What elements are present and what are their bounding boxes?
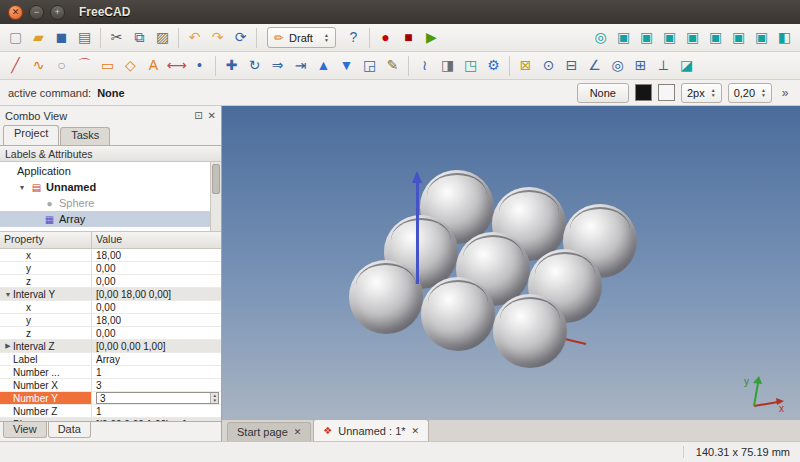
draft-working-plane-icon[interactable]: ◳ — [459, 54, 482, 77]
view-right-icon[interactable]: ▣ — [681, 26, 704, 49]
draw-style-icon[interactable]: ◧ — [773, 26, 796, 49]
view-fit-all-icon[interactable]: ◎ — [589, 26, 612, 49]
property-row-label[interactable]: LabelArray — [0, 353, 221, 366]
draft-wire-icon[interactable]: ∿ — [27, 54, 50, 77]
snap-lock-icon[interactable]: ⊠ — [514, 54, 537, 77]
scale-spinbox[interactable]: 0,20 ▲ ▼ — [728, 83, 772, 103]
property-row-z[interactable]: z0,00 — [0, 275, 221, 288]
snap-angle-icon[interactable]: ∠ — [583, 54, 606, 77]
view-bottom-icon[interactable]: ▣ — [727, 26, 750, 49]
copy-icon[interactable]: ⧉ — [128, 26, 151, 49]
snap-perpendicular-icon[interactable]: ⟂ — [652, 54, 675, 77]
spin-down-icon[interactable]: ▾ — [213, 398, 216, 403]
undo-icon[interactable]: ↶ — [183, 26, 206, 49]
snap-grid-icon[interactable]: ⊞ — [629, 54, 652, 77]
tree-item-sphere[interactable]: ●Sphere — [0, 195, 221, 211]
tab-tasks[interactable]: Tasks — [60, 127, 110, 145]
draft-circle-icon[interactable]: ○ — [50, 54, 73, 77]
line-color-swatch[interactable] — [635, 84, 652, 101]
sphere-7[interactable] — [349, 260, 423, 334]
draft-rotate-icon[interactable]: ↻ — [243, 54, 266, 77]
draft-trimex-icon[interactable]: ⇥ — [289, 54, 312, 77]
refresh-icon[interactable]: ⟳ — [229, 26, 252, 49]
draft-wire-to-bspline-icon[interactable]: ≀ — [413, 54, 436, 77]
sphere-8[interactable] — [421, 277, 495, 351]
expand-icon[interactable]: ▶ — [3, 342, 13, 350]
line-width-select[interactable]: 2px ▲ ▼ — [681, 83, 722, 103]
autogroup-button[interactable]: None — [577, 83, 629, 103]
draft-line-icon[interactable]: ╱ — [4, 54, 27, 77]
new-file-icon[interactable]: ▢ — [4, 26, 27, 49]
property-row-y[interactable]: y18,00 — [0, 314, 221, 327]
property-row-interval-z[interactable]: ▶Interval Z[0,00 0,00 1,00] — [0, 340, 221, 353]
draft-point-icon[interactable]: • — [188, 54, 211, 77]
property-row-number-[interactable]: Number ...1 — [0, 366, 221, 379]
macro-play-icon[interactable]: ▶ — [420, 26, 443, 49]
property-row-x[interactable]: x0,00 — [0, 301, 221, 314]
macro-stop-icon[interactable]: ■ — [397, 26, 420, 49]
draft-snap-settings-icon[interactable]: ⚙ — [482, 54, 505, 77]
view-top-icon[interactable]: ▣ — [658, 26, 681, 49]
tab-data[interactable]: Data — [48, 422, 91, 438]
value-column-header[interactable]: Value — [92, 232, 221, 248]
window-maximize-button[interactable]: + — [50, 5, 65, 20]
property-row-interval-y[interactable]: ▼Interval Y[0,00 18,00 0,00] — [0, 288, 221, 301]
close-tab-icon[interactable]: ✕ — [294, 427, 302, 437]
macro-record-icon[interactable]: ● — [374, 26, 397, 49]
property-row-z[interactable]: z0,00 — [0, 327, 221, 340]
snap-midpoint-icon[interactable]: ⊟ — [560, 54, 583, 77]
window-minimize-button[interactable]: − — [29, 5, 44, 20]
workbench-selector[interactable]: ✏ Draft ▲ ▼ — [267, 27, 336, 48]
scrollbar-thumb[interactable] — [212, 164, 220, 194]
draft-downgrade-icon[interactable]: ▼ — [335, 54, 358, 77]
spin-down-icon[interactable]: ▼ — [761, 93, 766, 98]
tab-unnamed-1[interactable]: ❖Unnamed : 1*✕ — [313, 419, 429, 441]
tree-item-unnamed[interactable]: ▾▤Unnamed — [0, 179, 221, 195]
paste-icon[interactable]: ▨ — [151, 26, 174, 49]
draft-text-icon[interactable]: A — [142, 54, 165, 77]
draft-rectangle-icon[interactable]: ▭ — [96, 54, 119, 77]
tree-scrollbar[interactable] — [210, 162, 221, 231]
view-left-icon[interactable]: ▣ — [750, 26, 773, 49]
property-row-number-x[interactable]: Number X3 — [0, 379, 221, 392]
draft-upgrade-icon[interactable]: ▲ — [312, 54, 335, 77]
save-icon[interactable]: ◼ — [50, 26, 73, 49]
3d-view-canvas[interactable]: x y — [222, 106, 800, 419]
view-front-icon[interactable]: ▣ — [635, 26, 658, 49]
property-column-header[interactable]: Property — [0, 232, 92, 248]
view-axonometric-icon[interactable]: ▣ — [612, 26, 635, 49]
snap-center-icon[interactable]: ◎ — [606, 54, 629, 77]
open-file-icon[interactable]: ▰ — [27, 26, 50, 49]
draft-scale-icon[interactable]: ◲ — [358, 54, 381, 77]
number-spinner[interactable]: 3▴▾ — [96, 392, 219, 404]
tab-view[interactable]: View — [3, 422, 47, 438]
draft-move-icon[interactable]: ✚ — [220, 54, 243, 77]
property-row-y[interactable]: y0,00 — [0, 262, 221, 275]
property-row-number-z[interactable]: Number Z1 — [0, 405, 221, 418]
tree-item-application[interactable]: Application — [0, 163, 221, 179]
draft-shape-2d-view-icon[interactable]: ◨ — [436, 54, 459, 77]
tab-start-page[interactable]: Start page✕ — [227, 422, 311, 441]
draft-dimension-icon[interactable]: ⟷ — [165, 54, 188, 77]
snap-endpoint-icon[interactable]: ⊙ — [537, 54, 560, 77]
property-row-number-y[interactable]: Number Y3▴▾ — [0, 392, 221, 405]
draft-arc-icon[interactable]: ⌒ — [73, 54, 96, 77]
face-color-swatch[interactable] — [658, 84, 675, 101]
combo-view-header[interactable]: Combo View ⊡ ✕ — [0, 106, 221, 125]
tree-item-array[interactable]: ▦Array — [0, 211, 221, 227]
draft-edit-icon[interactable]: ✎ — [381, 54, 404, 77]
draft-polygon-icon[interactable]: ◇ — [119, 54, 142, 77]
window-close-button[interactable]: ✕ — [8, 5, 23, 20]
cut-icon[interactable]: ✂ — [105, 26, 128, 49]
close-panel-icon[interactable]: ✕ — [208, 110, 216, 121]
snap-working-plane-icon[interactable]: ◪ — [675, 54, 698, 77]
collapse-icon[interactable]: ▼ — [3, 291, 13, 298]
view-rear-icon[interactable]: ▣ — [704, 26, 727, 49]
whats-this-icon[interactable]: ? — [342, 26, 365, 49]
close-tab-icon[interactable]: ✕ — [412, 426, 420, 436]
property-row-x[interactable]: x18,00 — [0, 249, 221, 262]
titlebar[interactable]: ✕ − + FreeCAD — [0, 0, 800, 24]
print-icon[interactable]: ▤ — [73, 26, 96, 49]
draft-offset-icon[interactable]: ⇒ — [266, 54, 289, 77]
sphere-9[interactable] — [493, 294, 567, 368]
